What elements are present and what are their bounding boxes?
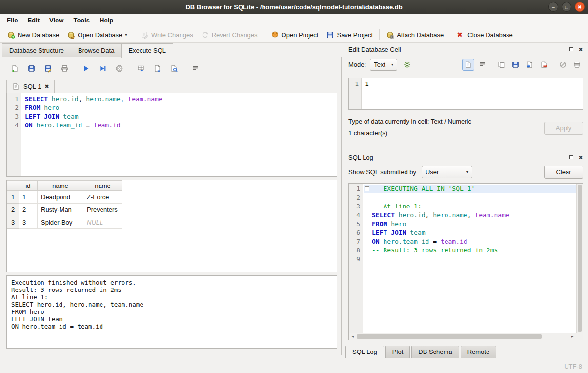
- cell-mode-row: Mode: Text ▾: [348, 59, 583, 71]
- open-sql-file-icon: [11, 64, 19, 73]
- scroll-right-icon[interactable]: ►: [569, 332, 576, 341]
- menu-tools[interactable]: Tools: [68, 14, 95, 27]
- print-cell-icon: [573, 61, 581, 69]
- table-cell[interactable]: 3: [19, 216, 38, 229]
- output-line: FROM hero: [11, 308, 332, 315]
- tab-browse-data[interactable]: Browse Data: [71, 43, 121, 57]
- maximize-icon[interactable]: □: [562, 2, 571, 12]
- tab-execute-sql[interactable]: Execute SQL: [121, 43, 173, 58]
- minimize-icon[interactable]: –: [548, 2, 558, 12]
- close-database-button[interactable]: ✖Close Database: [453, 29, 517, 41]
- scrollbar-thumb[interactable]: [357, 334, 542, 339]
- copy-cell-button[interactable]: [495, 59, 507, 71]
- table-cell[interactable]: 1: [19, 191, 38, 204]
- mode-select[interactable]: Text ▾: [370, 59, 397, 71]
- table-cell[interactable]: Spider-Boy: [38, 216, 83, 229]
- dock-float-icon[interactable]: [568, 154, 575, 161]
- save-project-button[interactable]: Save Project: [322, 29, 377, 41]
- close-icon[interactable]: ✖: [575, 2, 585, 12]
- menu-edit[interactable]: Edit: [22, 14, 44, 27]
- menu-file[interactable]: File: [2, 14, 22, 27]
- open-sql-file-button[interactable]: [8, 62, 21, 75]
- db-attach-icon: [386, 31, 394, 39]
- fold-guide: [364, 255, 372, 264]
- cell-editor-content[interactable]: 1: [362, 78, 583, 109]
- horizontal-scrollbar[interactable]: ◄ ►: [349, 333, 576, 340]
- set-null-button[interactable]: [557, 59, 569, 71]
- table-cell[interactable]: Rusty-Man: [38, 204, 83, 216]
- print-cell-button[interactable]: [571, 59, 583, 71]
- dock-tab-remote[interactable]: Remote: [461, 346, 497, 358]
- new-database-button[interactable]: New Database: [3, 29, 63, 41]
- dock-close-icon[interactable]: ✖: [577, 46, 584, 53]
- dock-close-icon[interactable]: ✖: [577, 154, 584, 161]
- column-header-name[interactable]: name: [83, 181, 122, 191]
- execute-all-button[interactable]: [80, 62, 92, 75]
- export-table-button[interactable]: [134, 62, 147, 75]
- row-number: 3: [7, 216, 19, 229]
- toolbar-separator: [379, 29, 380, 40]
- chevron-down-icon: ▾: [391, 62, 393, 67]
- save-sql-file-button[interactable]: [25, 62, 38, 75]
- import-cell-icon: [526, 61, 534, 69]
- dock-tab-db-schema[interactable]: DB Schema: [411, 346, 459, 358]
- cell-line-number: 1: [349, 80, 359, 88]
- close-tab-icon[interactable]: ✖: [44, 83, 49, 90]
- cell-toolbar-left: [401, 59, 413, 71]
- fold-guide: [364, 237, 372, 246]
- clear-button[interactable]: Clear: [544, 166, 583, 179]
- table-cell[interactable]: Preventers: [83, 204, 122, 216]
- export-sql-button[interactable]: [151, 62, 163, 75]
- output-line: Result: 3 rows returned in 2ms: [11, 286, 332, 293]
- dock-tab-sql-log[interactable]: SQL Log: [345, 346, 384, 358]
- sql-file-icon: [12, 83, 20, 91]
- cell-editor-gutter: 1: [349, 78, 362, 109]
- execution-output[interactable]: Execution finished without errors.Result…: [6, 275, 337, 349]
- export-cell-icon: [540, 61, 548, 69]
- menu-help[interactable]: Help: [95, 14, 118, 27]
- column-header-id[interactable]: id: [19, 181, 38, 191]
- log-gutter: 123456789: [349, 184, 363, 333]
- scroll-left-icon[interactable]: ◄: [349, 332, 356, 341]
- submitted-by-select[interactable]: User ▾: [422, 166, 472, 178]
- menu-view[interactable]: View: [44, 14, 68, 27]
- save-project-label: Save Project: [337, 31, 373, 39]
- import-cell-button[interactable]: [524, 59, 536, 71]
- save-sql-as-button[interactable]: [41, 62, 54, 75]
- dropdown-caret-icon[interactable]: ▾: [125, 32, 127, 37]
- cell-editor[interactable]: 1 1: [348, 78, 583, 110]
- sql-log-view[interactable]: 123456789 −-- EXECUTING ALL IN 'SQL 1'--…: [348, 183, 583, 340]
- print-sql-button[interactable]: [58, 62, 71, 75]
- column-header-name[interactable]: name: [38, 181, 83, 191]
- vertical-scrollbar[interactable]: [576, 184, 583, 333]
- sql-tab-bar: SQL 1 ✖: [6, 80, 337, 93]
- word-wrap-cell-button[interactable]: [476, 59, 488, 71]
- find-button[interactable]: [167, 62, 180, 75]
- table-cell[interactable]: Deadpond: [38, 191, 83, 204]
- fold-marker-icon[interactable]: −: [364, 185, 372, 193]
- open-database-button[interactable]: Open Database▾: [63, 29, 131, 41]
- mode-settings-button[interactable]: [401, 59, 413, 71]
- text-mode-button[interactable]: [462, 59, 474, 71]
- dock-tab-plot[interactable]: Plot: [385, 346, 410, 358]
- open-project-button[interactable]: Open Project: [267, 29, 323, 41]
- table-row: 33Spider-BoyNULL: [7, 216, 122, 229]
- dock-float-icon[interactable]: [568, 46, 575, 53]
- sql-editor-tab[interactable]: SQL 1 ✖: [6, 80, 55, 93]
- write-changes-label: Write Changes: [151, 31, 193, 39]
- editor-content[interactable]: SELECT hero.id, hero.name, team.nameFROM…: [21, 93, 337, 176]
- word-wrap-button[interactable]: [189, 62, 202, 75]
- sql-editor[interactable]: 1234SELECT hero.id, hero.name, team.name…: [6, 93, 337, 177]
- save-cell-button[interactable]: [509, 59, 522, 71]
- table-cell[interactable]: NULL: [83, 216, 122, 229]
- attach-database-button[interactable]: Attach Database: [382, 29, 447, 41]
- revert-changes-button: Revert Changes: [197, 29, 262, 41]
- table-cell[interactable]: 2: [19, 204, 38, 216]
- statusbar: UTF-8: [0, 359, 588, 373]
- tab-database-structure[interactable]: Database Structure: [2, 43, 71, 57]
- window-title: DB Browser for SQLite - /home/user/code/…: [185, 3, 402, 11]
- table-cell[interactable]: Z-Force: [83, 191, 122, 204]
- export-cell-button[interactable]: [538, 59, 550, 71]
- revert-changes-label: Revert Changes: [212, 31, 258, 39]
- execute-line-button[interactable]: [96, 62, 109, 75]
